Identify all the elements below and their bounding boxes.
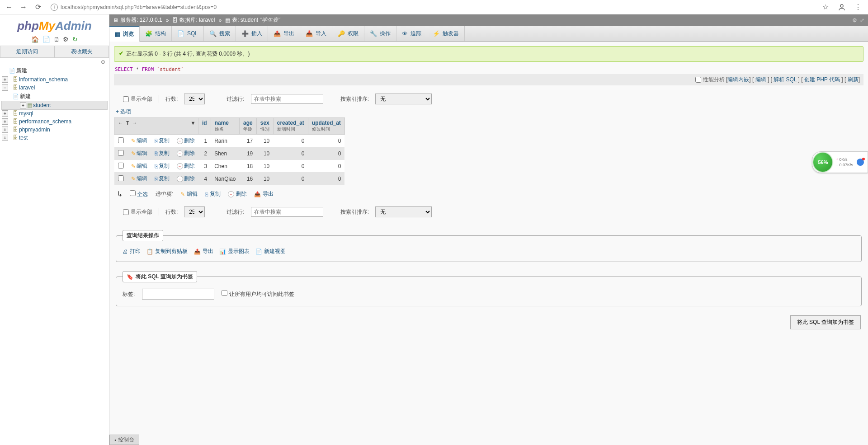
row-edit[interactable]: ✎编辑: [131, 150, 147, 157]
page-settings-icon[interactable]: ⚙: [852, 17, 857, 23]
bookmark-share-checkbox[interactable]: [222, 290, 227, 296]
tree-db-5[interactable]: +🗄test: [2, 134, 107, 142]
tree-db-0[interactable]: +🗄information_schema: [2, 75, 107, 84]
user-icon[interactable]: [835, 1, 848, 14]
tree-new[interactable]: 📄 新建: [2, 66, 107, 75]
tree-table-student[interactable]: +▦student: [2, 101, 107, 109]
explain-link[interactable]: 解析 SQL: [774, 76, 797, 83]
reload-button[interactable]: ⟳: [33, 2, 43, 13]
filter-input[interactable]: [251, 94, 323, 104]
tab-sql[interactable]: 📄SQL: [172, 26, 204, 41]
tab-favorites[interactable]: 表收藏夹: [55, 46, 109, 57]
row-edit[interactable]: ✎编辑: [131, 175, 147, 183]
home-icon[interactable]: 🏠: [31, 36, 39, 43]
inline-edit-link[interactable]: 编辑内嵌: [727, 76, 749, 83]
tab-import[interactable]: 📥导入: [300, 26, 332, 41]
row-copy[interactable]: ⎘复制: [155, 175, 170, 183]
col-updated-at[interactable]: updated_at修改时间: [308, 118, 344, 135]
row-delete[interactable]: −删除: [177, 162, 195, 170]
table-row[interactable]: ✎编辑⎘复制−删除3Chen181000: [114, 160, 345, 173]
rows-select-2[interactable]: 25: [184, 206, 205, 217]
settings-icon[interactable]: ⚙: [63, 36, 69, 43]
op-export[interactable]: 📤导出: [194, 248, 213, 255]
sort-select-2[interactable]: 无: [375, 206, 432, 217]
row-delete[interactable]: −删除: [177, 175, 195, 183]
network-widget[interactable]: 56% 0K/s 0.07K/s: [812, 151, 868, 173]
table-row[interactable]: ✎编辑⎘复制−删除1Rarin171000: [114, 135, 345, 147]
back-button[interactable]: ←: [4, 2, 14, 13]
tab-tracking[interactable]: 👁追踪: [396, 26, 427, 41]
row-copy[interactable]: ⎘复制: [155, 150, 170, 157]
phpmyadmin-logo[interactable]: phpMyAdmin: [0, 17, 109, 36]
profiling-checkbox[interactable]: [695, 77, 701, 83]
bulk-delete[interactable]: −删除: [228, 190, 247, 198]
sort-header[interactable]: ← T →▾: [114, 118, 198, 135]
star-icon[interactable]: ☆: [819, 1, 832, 14]
bulk-edit[interactable]: ✎编辑: [180, 190, 198, 198]
tab-privileges[interactable]: 🔑权限: [332, 26, 364, 41]
row-checkbox[interactable]: [118, 175, 124, 181]
refresh-link[interactable]: 刷新: [848, 76, 859, 83]
col-name[interactable]: name姓名: [211, 118, 239, 135]
logout-icon[interactable]: 📄: [42, 36, 50, 43]
op-print[interactable]: 🖨打印: [123, 248, 141, 255]
row-checkbox[interactable]: [118, 150, 124, 156]
table-link[interactable]: 表: student: [232, 16, 258, 24]
op-create-view[interactable]: 📄新建视图: [255, 248, 286, 255]
tab-triggers[interactable]: ⚡触发器: [427, 26, 465, 41]
forward-button[interactable]: →: [18, 2, 29, 13]
check-all-link[interactable]: 全选: [137, 191, 148, 198]
show-all-checkbox[interactable]: [123, 96, 129, 102]
options-toggle[interactable]: 选项: [114, 108, 863, 117]
tab-search[interactable]: 🔍搜索: [204, 26, 236, 41]
row-delete[interactable]: −删除: [177, 137, 195, 145]
bulk-export[interactable]: 📤导出: [254, 190, 274, 198]
tree-db-1[interactable]: −🗄laravel: [2, 84, 107, 92]
row-edit[interactable]: ✎编辑: [131, 162, 147, 170]
create-php-link[interactable]: 创建 PHP 代码: [804, 76, 840, 83]
row-copy[interactable]: ⎘复制: [155, 162, 170, 170]
tree-new-table[interactable]: 📄新建: [2, 92, 107, 101]
col-created-at[interactable]: created_at新增时间: [273, 118, 308, 135]
row-delete[interactable]: −删除: [177, 150, 195, 157]
kebab-icon[interactable]: ⋮: [852, 1, 864, 14]
globe-icon[interactable]: [857, 159, 864, 166]
tab-insert[interactable]: ➕插入: [236, 26, 268, 41]
server-link[interactable]: 服务器: 127.0.0.1: [120, 16, 162, 24]
filter-input-2[interactable]: [251, 207, 323, 217]
bookmark-input[interactable]: [142, 289, 214, 300]
db-link[interactable]: 数据库: laravel: [179, 16, 215, 24]
tree-db-4[interactable]: +🗄phpmyadmin: [2, 126, 107, 134]
filter-toggle-icon[interactable]: ⊖: [0, 58, 109, 66]
col-id[interactable]: id: [198, 118, 211, 135]
edit-link[interactable]: 编辑: [755, 76, 766, 83]
tab-operations[interactable]: 🔧操作: [364, 26, 396, 41]
row-checkbox[interactable]: [118, 137, 124, 143]
rows-select[interactable]: 25: [184, 94, 205, 104]
reload-icon[interactable]: ↻: [72, 36, 78, 43]
show-all-checkbox-2[interactable]: [123, 209, 129, 215]
op-chart[interactable]: 📊显示图表: [219, 248, 250, 255]
bulk-copy[interactable]: ⎘复制: [205, 190, 221, 198]
row-copy[interactable]: ⎘复制: [155, 137, 170, 145]
row-checkbox[interactable]: [118, 163, 124, 169]
table-row[interactable]: ✎编辑⎘复制−删除2Shen191000: [114, 147, 345, 160]
console-tab[interactable]: ▪ 控制台: [109, 435, 139, 445]
sort-select[interactable]: 无: [375, 94, 432, 104]
tab-export[interactable]: 📤导出: [268, 26, 300, 41]
table-row[interactable]: ✎编辑⎘复制−删除4NanQiao161000: [114, 173, 345, 185]
tab-structure[interactable]: 🧩结构: [140, 26, 172, 41]
tree-db-3[interactable]: +🗄performance_schema: [2, 117, 107, 126]
row-edit[interactable]: ✎编辑: [131, 137, 147, 145]
col-sex[interactable]: sex性别: [256, 118, 273, 135]
bookmark-submit-button[interactable]: 将此 SQL 查询加为书签: [790, 315, 861, 329]
op-copy-clipboard[interactable]: 📋复制到剪贴板: [146, 248, 188, 255]
docs-icon[interactable]: 🗎: [53, 36, 60, 43]
check-all-checkbox[interactable]: [130, 190, 136, 196]
tab-recent[interactable]: 近期访问: [0, 46, 55, 57]
tree-db-2[interactable]: +🗄mysql: [2, 109, 107, 117]
page-exit-icon[interactable]: ⤢: [860, 17, 864, 23]
tab-browse[interactable]: ▦浏览: [109, 26, 140, 42]
address-bar[interactable]: i localhost/phpmyadmin/sql.php?db=larave…: [47, 4, 816, 11]
col-age[interactable]: age年龄: [240, 118, 257, 135]
